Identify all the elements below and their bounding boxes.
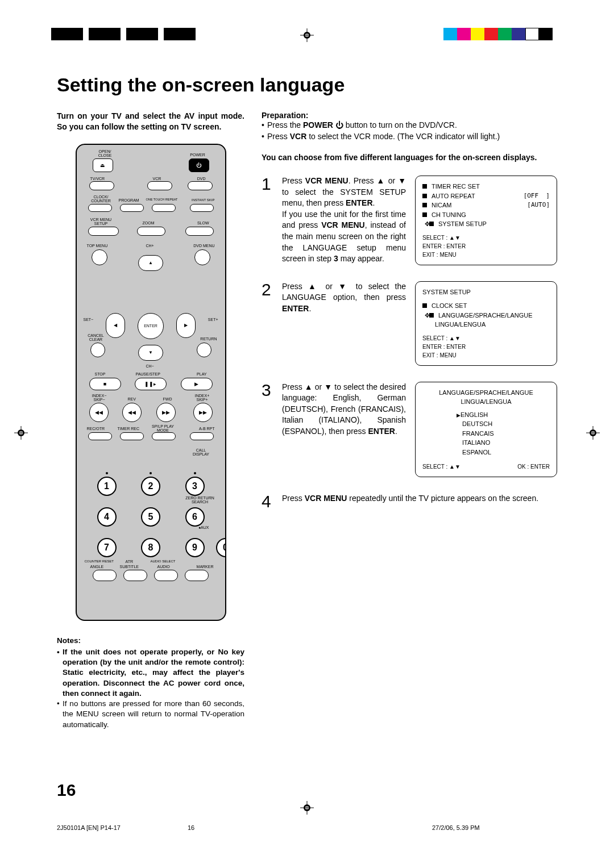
- btn-abrpt: [190, 432, 214, 440]
- notes-heading: Notes:: [57, 636, 244, 646]
- lbl-recotr: REC/OTR: [87, 427, 105, 431]
- osd3-select: SELECT : ▲▼: [422, 462, 460, 471]
- footer-timestamp: 27/2/06, 5.39 PM: [301, 824, 557, 831]
- step-2-text: Press ▲ or ▼ to select the LANGUAGE opti…: [282, 281, 406, 366]
- lbl-program: PROGRAM: [119, 198, 139, 202]
- lbl-idxm: INDEX− SKIP−: [88, 394, 111, 402]
- step-2-num: 2: [262, 281, 276, 366]
- page-number: 16: [57, 781, 76, 800]
- btn-dvd: [188, 181, 213, 190]
- osd-screen-2: SYSTEM SETUP CLOCK SET ✥LANGUAGE/SPRACHE…: [415, 281, 557, 366]
- btn-return: [197, 343, 211, 357]
- btn-rev: ◀◀: [122, 403, 142, 422]
- color-bars: [443, 28, 563, 40]
- lbl-tvvcr: TV/VCR: [90, 177, 105, 181]
- lbl-timerrec: TIMER REC: [118, 427, 140, 431]
- btn-splp: [152, 432, 176, 440]
- btn-vcrmenu: [88, 227, 119, 236]
- registration-target-right: [586, 426, 600, 442]
- osd3-title: LANGUAGE/SPRACHE/LANGUE: [422, 388, 550, 398]
- step-1-num: 1: [262, 176, 276, 265]
- btn-play: ▶: [181, 378, 213, 390]
- note-1: If the unit does not operate properly, o…: [57, 647, 244, 699]
- step-4-num: 4: [262, 493, 276, 510]
- dpad: ▲ ▼ ◀ ▶ ENTER: [102, 290, 199, 358]
- btn-2: 2: [141, 477, 160, 496]
- btn-clock: [88, 204, 112, 212]
- prep-item-1: Press the POWER ⏻ button to turn on the …: [262, 120, 557, 131]
- osd2-enter: ENTER : ENTER: [422, 343, 550, 351]
- btn-skipback: ◀◀: [89, 403, 109, 422]
- lbl-cr: COUNTER RESET: [85, 560, 114, 563]
- note-2: If no buttons are pressed for more than …: [57, 699, 244, 730]
- prep-item-2: Press VCR to select the VCR mode. (The V…: [262, 131, 557, 143]
- prep-heading: Preparation:: [262, 111, 557, 120]
- osd-screen-1: TIMER REC SET AUTO REPEAT[OFF ] NICAM[AU…: [415, 176, 557, 265]
- btn-otr: [152, 204, 176, 212]
- step-3: 3 Press ▲ or ▼ to select the desired lan…: [262, 382, 557, 478]
- osd-screen-3: LANGUAGE/SPRACHE/LANGUE LINGUA/LENGUA EN…: [415, 382, 557, 478]
- osd2-title: SYSTEM SETUP: [422, 287, 550, 297]
- btn-recotr: [88, 432, 112, 440]
- btn-8: 8: [141, 538, 160, 557]
- registration-target-bottom: [300, 801, 314, 817]
- btn-program: [120, 204, 144, 212]
- btn-slow: [185, 227, 214, 236]
- cursor-icon: ✥: [425, 311, 430, 320]
- bottom-buttons: [93, 570, 209, 581]
- lbl-subtitle: SUBTITLE: [120, 565, 139, 569]
- step-3-num: 3: [262, 382, 276, 478]
- lbl-angle: ANGLE: [90, 565, 104, 569]
- numpad: 1 2 3 4 5 6 7 8 9 0: [97, 472, 205, 569]
- osd2-select: SELECT : ▲▼: [422, 334, 550, 343]
- btn-left: ◀: [106, 313, 125, 338]
- btn-angle: [93, 570, 117, 581]
- choose-text: You can choose from five different langu…: [262, 152, 557, 163]
- lbl-return: RETURN: [200, 337, 217, 341]
- btn-9: 9: [185, 538, 205, 557]
- osd1-select: SELECT : ▲▼: [422, 233, 550, 242]
- lbl-iskip: INSTANT SKIP: [192, 198, 214, 202]
- btn-eject: ⏏: [93, 158, 113, 172]
- btn-1: 1: [97, 477, 117, 496]
- step-1: 1 Press VCR MENU. Press ▲ or ▼ to select…: [262, 176, 557, 265]
- btn-4: 4: [97, 507, 117, 527]
- btn-7: 7: [97, 538, 117, 557]
- btn-timerrec: [120, 432, 144, 440]
- lbl-zoom: ZOOM: [143, 221, 155, 225]
- lbl-clock-counter: CLOCK/ COUNTER: [87, 195, 115, 203]
- step-3-text: Press ▲ or ▼ to select the desired langu…: [282, 382, 406, 478]
- osd2-exit: EXIT : MENU: [422, 351, 550, 360]
- btn-6: 6: [185, 507, 205, 527]
- step-1-text: Press VCR MENU. Press ▲ or ▼ to select t…: [282, 176, 406, 265]
- osd1-enter: ENTER : ENTER: [422, 242, 550, 251]
- right-column: Preparation: Press the POWER ⏻ button to…: [262, 111, 557, 730]
- btn-fwd: ▶▶: [156, 403, 176, 422]
- osd3-sub: LINGUA/LENGUA: [422, 397, 550, 407]
- lbl-topmenu: TOP MENU: [87, 244, 108, 248]
- step-2: 2 Press ▲ or ▼ to select the LANGUAGE op…: [262, 281, 557, 366]
- lbl-cancel: CANCEL CLEAR: [84, 333, 109, 341]
- step-4-text: Press VCR MENU repeatedly until the TV p…: [282, 493, 557, 510]
- lbl-setp: SET+: [208, 318, 218, 322]
- btn-iskip: [190, 204, 214, 212]
- osd1-exit: EXIT : MENU: [422, 251, 550, 259]
- black-bars: [51, 28, 199, 40]
- lbl-dvdmenu: DVD MENU: [193, 244, 214, 248]
- notes-section: Notes: If the unit does not operate prop…: [57, 636, 244, 730]
- btn-vcr: [147, 181, 172, 190]
- page-content: Setting the on-screen language Turn on y…: [57, 74, 557, 800]
- intro-left: Turn on your TV and select the AV input …: [57, 111, 244, 132]
- lbl-open-close: OPEN/ CLOSE: [94, 149, 117, 157]
- footer-doc-id: 2J50101A [EN] P14-17: [57, 824, 188, 831]
- btn-audio: [154, 570, 178, 581]
- btn-pause: ❚❚▸: [135, 378, 167, 390]
- lbl-call: CALL DISPLAY: [189, 448, 214, 456]
- btn-power: ⏻: [189, 158, 209, 172]
- btn-cancel: [90, 343, 105, 357]
- lbl-dvd: DVD: [197, 177, 206, 181]
- print-footer: 2J50101A [EN] P14-17 16 27/2/06, 5.39 PM: [57, 824, 557, 831]
- lbl-audio: AUDIO: [157, 565, 170, 569]
- btn-stop: ■: [89, 378, 121, 390]
- btn-up: ▲: [138, 255, 163, 271]
